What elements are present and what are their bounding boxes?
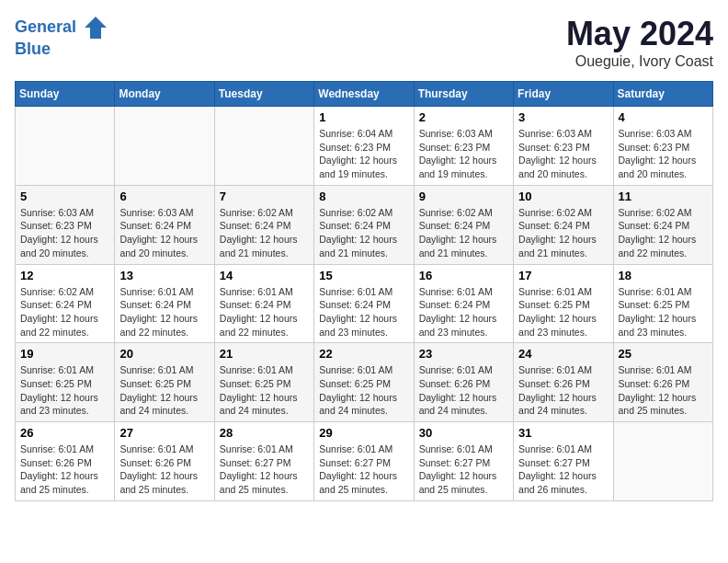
day-info: Sunrise: 6:01 AM Sunset: 6:24 PM Dayligh…: [419, 285, 508, 339]
calendar-cell: 17Sunrise: 6:01 AM Sunset: 6:25 PM Dayli…: [514, 264, 613, 343]
logo-text: General Blue: [15, 15, 108, 59]
calendar-cell: 3Sunrise: 6:03 AM Sunset: 6:23 PM Daylig…: [514, 107, 613, 186]
day-info: Sunrise: 6:01 AM Sunset: 6:27 PM Dayligh…: [419, 442, 508, 497]
calendar-cell: 31Sunrise: 6:01 AM Sunset: 6:27 PM Dayli…: [514, 422, 613, 501]
day-info: Sunrise: 6:03 AM Sunset: 6:23 PM Dayligh…: [518, 127, 608, 181]
logo-icon: [83, 15, 108, 40]
day-info: Sunrise: 6:01 AM Sunset: 6:25 PM Dayligh…: [518, 285, 608, 339]
calendar-cell: 15Sunrise: 6:01 AM Sunset: 6:24 PM Dayli…: [314, 264, 414, 343]
calendar-cell: 25Sunrise: 6:01 AM Sunset: 6:26 PM Dayli…: [613, 343, 712, 422]
calendar-cell: 5Sunrise: 6:03 AM Sunset: 6:23 PM Daylig…: [16, 185, 115, 264]
calendar-cell: 10Sunrise: 6:02 AM Sunset: 6:24 PM Dayli…: [514, 185, 613, 264]
calendar-cell: 30Sunrise: 6:01 AM Sunset: 6:27 PM Dayli…: [414, 422, 513, 501]
calendar-week-row: 5Sunrise: 6:03 AM Sunset: 6:23 PM Daylig…: [16, 185, 713, 264]
calendar-cell: 14Sunrise: 6:01 AM Sunset: 6:24 PM Dayli…: [214, 264, 313, 343]
day-number: 12: [20, 269, 109, 282]
calendar-cell: 4Sunrise: 6:03 AM Sunset: 6:23 PM Daylig…: [613, 107, 712, 186]
day-number: 1: [319, 110, 408, 124]
day-info: Sunrise: 6:02 AM Sunset: 6:24 PM Dayligh…: [319, 206, 408, 260]
day-info: Sunrise: 6:01 AM Sunset: 6:25 PM Dayligh…: [20, 363, 109, 418]
day-info: Sunrise: 6:01 AM Sunset: 6:26 PM Dayligh…: [419, 363, 508, 418]
day-info: Sunrise: 6:01 AM Sunset: 6:24 PM Dayligh…: [119, 285, 209, 339]
day-info: Sunrise: 6:01 AM Sunset: 6:25 PM Dayligh…: [619, 285, 708, 339]
calendar-week-row: 26Sunrise: 6:01 AM Sunset: 6:26 PM Dayli…: [16, 422, 713, 501]
page-header: General Blue May 2024 Oueguie, Ivory Coa…: [15, 15, 713, 70]
calendar-cell: [214, 107, 313, 186]
day-info: Sunrise: 6:03 AM Sunset: 6:23 PM Dayligh…: [419, 127, 508, 181]
day-number: 11: [619, 190, 708, 203]
calendar-cell: 8Sunrise: 6:02 AM Sunset: 6:24 PM Daylig…: [314, 185, 414, 264]
day-number: 15: [319, 269, 408, 282]
calendar-cell: 28Sunrise: 6:01 AM Sunset: 6:27 PM Dayli…: [214, 422, 313, 501]
day-info: Sunrise: 6:01 AM Sunset: 6:26 PM Dayligh…: [20, 442, 109, 497]
calendar-cell: 27Sunrise: 6:01 AM Sunset: 6:26 PM Dayli…: [115, 422, 214, 501]
calendar-week-row: 19Sunrise: 6:01 AM Sunset: 6:25 PM Dayli…: [16, 343, 713, 422]
day-info: Sunrise: 6:03 AM Sunset: 6:24 PM Dayligh…: [119, 206, 209, 260]
calendar-table: SundayMondayTuesdayWednesdayThursdayFrid…: [15, 81, 713, 501]
day-number: 8: [319, 190, 408, 203]
calendar-cell: 16Sunrise: 6:01 AM Sunset: 6:24 PM Dayli…: [414, 264, 513, 343]
day-info: Sunrise: 6:01 AM Sunset: 6:25 PM Dayligh…: [220, 363, 309, 418]
calendar-cell: 22Sunrise: 6:01 AM Sunset: 6:25 PM Dayli…: [314, 343, 414, 422]
day-number: 18: [619, 269, 708, 282]
calendar-cell: [115, 107, 214, 186]
svg-marker-0: [85, 17, 107, 39]
calendar-cell: 29Sunrise: 6:01 AM Sunset: 6:27 PM Dayli…: [314, 422, 414, 501]
day-info: Sunrise: 6:02 AM Sunset: 6:24 PM Dayligh…: [20, 285, 109, 339]
location: Oueguie, Ivory Coast: [566, 53, 713, 70]
day-info: Sunrise: 6:02 AM Sunset: 6:24 PM Dayligh…: [419, 206, 508, 260]
calendar-cell: 18Sunrise: 6:01 AM Sunset: 6:25 PM Dayli…: [613, 264, 712, 343]
calendar-cell: 13Sunrise: 6:01 AM Sunset: 6:24 PM Dayli…: [115, 264, 214, 343]
day-number: 16: [419, 269, 508, 282]
calendar-cell: 7Sunrise: 6:02 AM Sunset: 6:24 PM Daylig…: [214, 185, 313, 264]
day-number: 5: [20, 190, 109, 203]
calendar-cell: 12Sunrise: 6:02 AM Sunset: 6:24 PM Dayli…: [16, 264, 115, 343]
day-number: 3: [518, 110, 608, 124]
day-info: Sunrise: 6:01 AM Sunset: 6:27 PM Dayligh…: [319, 442, 408, 497]
calendar-cell: 2Sunrise: 6:03 AM Sunset: 6:23 PM Daylig…: [414, 107, 513, 186]
day-number: 24: [518, 347, 608, 361]
calendar-cell: 24Sunrise: 6:01 AM Sunset: 6:26 PM Dayli…: [514, 343, 613, 422]
day-info: Sunrise: 6:01 AM Sunset: 6:24 PM Dayligh…: [220, 285, 309, 339]
day-number: 30: [419, 426, 508, 440]
calendar-cell: 23Sunrise: 6:01 AM Sunset: 6:26 PM Dayli…: [414, 343, 513, 422]
weekday-header-monday: Monday: [115, 82, 214, 107]
calendar-week-row: 12Sunrise: 6:02 AM Sunset: 6:24 PM Dayli…: [16, 264, 713, 343]
day-info: Sunrise: 6:01 AM Sunset: 6:26 PM Dayligh…: [518, 363, 608, 418]
logo-general: General: [15, 17, 76, 36]
logo: General Blue: [15, 15, 108, 59]
weekday-header-tuesday: Tuesday: [214, 82, 313, 107]
day-number: 29: [319, 426, 408, 440]
calendar-week-row: 1Sunrise: 6:04 AM Sunset: 6:23 PM Daylig…: [16, 107, 713, 186]
day-number: 9: [419, 190, 508, 203]
day-number: 25: [619, 347, 708, 361]
calendar-cell: [613, 422, 712, 501]
calendar-cell: 20Sunrise: 6:01 AM Sunset: 6:25 PM Dayli…: [115, 343, 214, 422]
day-number: 10: [518, 190, 608, 203]
calendar-cell: 9Sunrise: 6:02 AM Sunset: 6:24 PM Daylig…: [414, 185, 513, 264]
day-info: Sunrise: 6:02 AM Sunset: 6:24 PM Dayligh…: [220, 206, 309, 260]
day-info: Sunrise: 6:03 AM Sunset: 6:23 PM Dayligh…: [619, 127, 708, 181]
day-number: 2: [419, 110, 508, 124]
day-number: 21: [220, 347, 309, 361]
calendar-cell: 1Sunrise: 6:04 AM Sunset: 6:23 PM Daylig…: [314, 107, 414, 186]
calendar-header-row: SundayMondayTuesdayWednesdayThursdayFrid…: [16, 82, 713, 107]
day-info: Sunrise: 6:01 AM Sunset: 6:27 PM Dayligh…: [518, 442, 608, 497]
day-number: 28: [220, 426, 309, 440]
logo-blue: Blue: [15, 40, 51, 58]
day-info: Sunrise: 6:02 AM Sunset: 6:24 PM Dayligh…: [518, 206, 608, 260]
calendar-cell: 21Sunrise: 6:01 AM Sunset: 6:25 PM Dayli…: [214, 343, 313, 422]
weekday-header-wednesday: Wednesday: [314, 82, 414, 107]
day-info: Sunrise: 6:01 AM Sunset: 6:26 PM Dayligh…: [619, 363, 708, 418]
day-number: 17: [518, 269, 608, 282]
title-block: May 2024 Oueguie, Ivory Coast: [566, 15, 713, 70]
weekday-header-friday: Friday: [514, 82, 613, 107]
day-info: Sunrise: 6:01 AM Sunset: 6:25 PM Dayligh…: [119, 363, 209, 418]
day-number: 31: [518, 426, 608, 440]
calendar-cell: 6Sunrise: 6:03 AM Sunset: 6:24 PM Daylig…: [115, 185, 214, 264]
day-number: 20: [119, 347, 209, 361]
month-year: May 2024: [566, 15, 713, 53]
day-info: Sunrise: 6:01 AM Sunset: 6:26 PM Dayligh…: [119, 442, 209, 497]
day-info: Sunrise: 6:02 AM Sunset: 6:24 PM Dayligh…: [619, 206, 708, 260]
day-number: 27: [119, 426, 209, 440]
